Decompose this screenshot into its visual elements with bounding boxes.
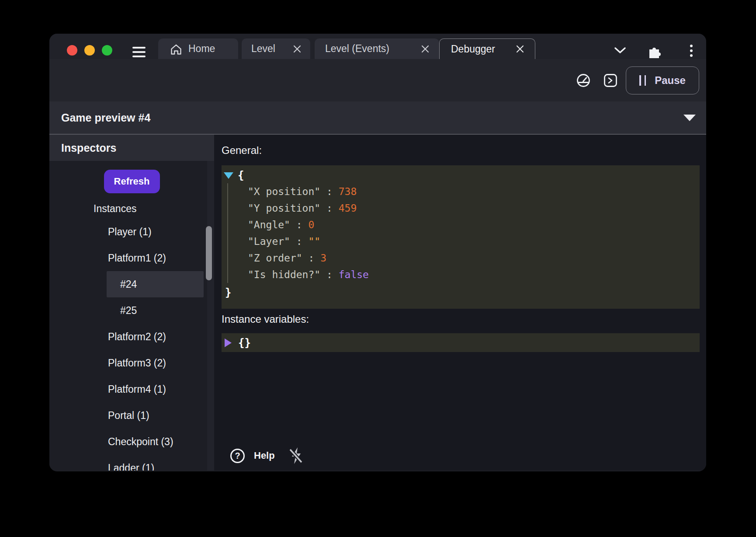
- json-row-layer: "Layer" : "": [248, 233, 700, 250]
- tree-item-checkpoint[interactable]: Checkpoint (3): [107, 429, 204, 455]
- chevron-down-icon[interactable]: [614, 47, 626, 54]
- profiler-gauge-icon[interactable]: [576, 73, 591, 88]
- kebab-menu-icon[interactable]: [688, 44, 694, 58]
- tree-item-instance-24[interactable]: #24: [107, 271, 204, 297]
- instance-variables-label: Instance variables:: [222, 313, 700, 325]
- help-row: Help: [230, 446, 304, 465]
- question-circle-icon: [230, 449, 245, 463]
- refresh-button[interactable]: Refresh: [104, 170, 160, 193]
- collapse-arrow-icon[interactable]: [224, 172, 233, 179]
- tree-item-platform2[interactable]: Platform2 (2): [107, 324, 204, 350]
- close-tab-icon[interactable]: [516, 45, 524, 53]
- tree-item-platform3[interactable]: Platform3 (2): [107, 350, 204, 376]
- tree-item-platform4[interactable]: Platform4 (1): [107, 376, 204, 402]
- sidebar-body: Refresh Instances Player (1) Platform1 (…: [49, 161, 214, 471]
- tab-level-events[interactable]: Level (Events): [315, 38, 439, 59]
- variables-collapsed-value: {}: [238, 337, 251, 349]
- pause-icon: [639, 75, 646, 86]
- tree-item-ladder[interactable]: Ladder (1): [107, 455, 204, 471]
- titlebar: Home Level Level (Events) Debugger: [49, 34, 706, 59]
- sidebar-title: Inspectors: [61, 142, 116, 154]
- json-row-is-hidden: "Is hidden?" : false: [248, 266, 700, 283]
- pause-button[interactable]: Pause: [626, 66, 699, 94]
- home-icon: [170, 43, 183, 55]
- tab-label: Level (Events): [325, 43, 389, 55]
- minimize-window-button[interactable]: [84, 45, 95, 56]
- extensions-puzzle-icon[interactable]: [647, 44, 661, 58]
- tree-item-instance-25[interactable]: #25: [107, 297, 204, 324]
- tree-item-portal[interactable]: Portal (1): [107, 402, 204, 429]
- tree-item-player[interactable]: Player (1): [107, 219, 204, 245]
- json-row-y-position: "Y position" : 459: [248, 200, 700, 216]
- pause-button-label: Pause: [655, 74, 686, 87]
- close-window-button[interactable]: [67, 45, 77, 56]
- close-tab-icon[interactable]: [421, 45, 430, 53]
- instances-tree: Player (1) Platform1 (2) #24 #25 Platfor…: [107, 219, 204, 471]
- inspector-detail-pane: General: { "X position" : 738 "Y positio…: [214, 135, 706, 471]
- tab-label: Home: [188, 43, 215, 55]
- instances-tree-root[interactable]: Instances: [49, 201, 214, 216]
- debugger-toolbar: Pause: [49, 59, 706, 101]
- console-icon[interactable]: [603, 73, 617, 87]
- sidebar-header: Inspectors: [49, 135, 214, 161]
- content-area: Inspectors Refresh Instances Player (1) …: [49, 135, 706, 471]
- sidebar-scrollbar-track[interactable]: [207, 161, 214, 471]
- caret-down-icon: [683, 115, 696, 121]
- tab-label: Level: [251, 43, 275, 55]
- game-preview-title: Game preview #4: [61, 112, 150, 124]
- tab-bar: Home Level Level (Events) Debugger: [158, 38, 535, 59]
- help-button-label: Help: [254, 450, 275, 461]
- flash-off-icon[interactable]: [288, 446, 304, 465]
- expand-arrow-icon[interactable]: [225, 338, 232, 347]
- json-entries: "X position" : 738 "Y position" : 459 "A…: [227, 183, 700, 283]
- instance-variables-json-viewer: {}: [222, 333, 700, 352]
- tab-home[interactable]: Home: [158, 38, 238, 59]
- debugger-window: Home Level Level (Events) Debugger: [49, 34, 706, 471]
- tab-debugger[interactable]: Debugger: [439, 38, 535, 59]
- json-close-brace: }: [225, 286, 231, 299]
- help-button[interactable]: Help: [230, 449, 275, 463]
- maximize-window-button[interactable]: [102, 45, 112, 56]
- window-controls: [67, 45, 112, 56]
- sidebar-scrollbar-thumb[interactable]: [206, 226, 212, 280]
- hamburger-menu-icon[interactable]: [132, 47, 146, 57]
- json-open-brace: {: [238, 169, 244, 181]
- close-tab-icon[interactable]: [293, 45, 302, 53]
- json-row-angle: "Angle" : 0: [248, 216, 700, 233]
- json-row-z-order: "Z order" : 3: [248, 250, 700, 266]
- tree-item-platform1[interactable]: Platform1 (2): [107, 245, 204, 271]
- game-preview-selector[interactable]: Game preview #4: [49, 101, 706, 135]
- json-row-x-position: "X position" : 738: [248, 183, 700, 200]
- tab-label: Debugger: [451, 43, 495, 55]
- general-json-viewer: { "X position" : 738 "Y position" : 459 …: [222, 165, 700, 309]
- tab-level[interactable]: Level: [242, 38, 310, 59]
- general-section-label: General:: [222, 144, 700, 157]
- inspectors-sidebar: Inspectors Refresh Instances Player (1) …: [49, 135, 214, 471]
